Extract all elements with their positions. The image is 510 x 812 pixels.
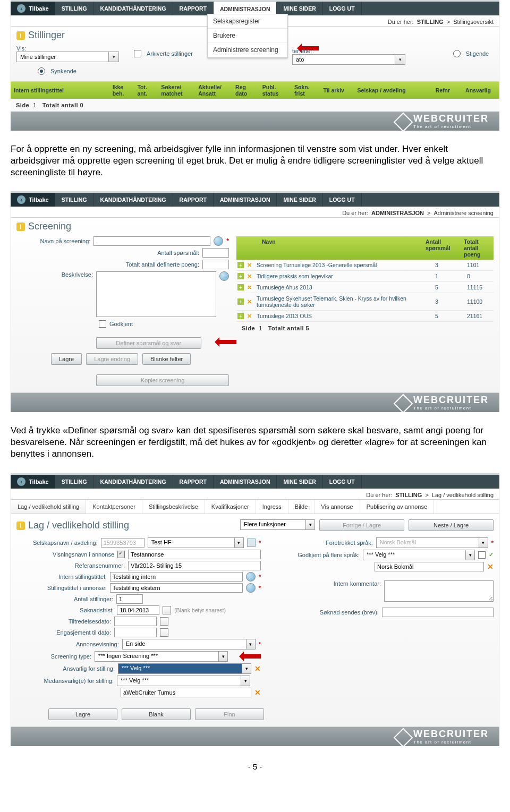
- blank-button[interactable]: Blank: [122, 708, 191, 720]
- antall-stillinger-input[interactable]: [116, 594, 143, 604]
- arkiverte-checkbox[interactable]: [134, 50, 141, 57]
- godkjent-sprak-chk[interactable]: [478, 551, 486, 559]
- globe-icon[interactable]: [219, 271, 229, 281]
- delete-icon[interactable]: ✕: [246, 284, 252, 290]
- menu-admin[interactable]: ADMINISTRASJON: [214, 475, 277, 489]
- kopier-button[interactable]: Kopier screening: [96, 374, 229, 386]
- lagre-button[interactable]: Lagre: [51, 353, 82, 365]
- soknadsfrist-input[interactable]: [117, 605, 159, 615]
- godkjent-checkbox[interactable]: [99, 320, 106, 328]
- flere-funksjoner-select[interactable]: ▾: [240, 519, 315, 530]
- menu-stilling[interactable]: STILLING: [55, 2, 94, 15]
- intern-tittel-input[interactable]: [110, 572, 243, 582]
- delete-icon[interactable]: ✕: [246, 298, 252, 305]
- table-row[interactable]: +✕Tidligere praksis som legevikar10: [236, 271, 494, 282]
- ansvarlig-select[interactable]: ▾: [118, 663, 251, 674]
- refnr-input[interactable]: [128, 561, 261, 570]
- lagre-endring-button[interactable]: Lagre endring: [86, 353, 138, 365]
- definer-button[interactable]: Definer spørsmål og svar: [96, 337, 201, 349]
- menu-kandidat[interactable]: KANDIDATHÅNDTERING: [94, 475, 173, 489]
- table-row[interactable]: +✕Turnuslege Sykehuset Telemark, Skien -…: [236, 293, 494, 311]
- menu-mine-sider[interactable]: MINE SIDER: [277, 193, 322, 207]
- screening-type-select[interactable]: ▾: [95, 651, 228, 662]
- filter-select[interactable]: ▾: [292, 54, 405, 65]
- selskap-select[interactable]: ▾: [148, 537, 244, 548]
- poeng-input[interactable]: [202, 260, 229, 269]
- globe-icon[interactable]: [214, 236, 223, 246]
- subtab-kontakt[interactable]: Kontaktpersoner: [86, 500, 142, 514]
- annonsevisning-select[interactable]: ▾: [122, 639, 256, 649]
- subtab-kvalifikasjoner[interactable]: Kvalifikasjoner: [205, 500, 256, 514]
- godkjent-sprak-select[interactable]: ▾: [363, 550, 475, 560]
- globe-icon[interactable]: [246, 572, 256, 582]
- plus-icon[interactable]: +: [237, 313, 244, 319]
- subtab-lag[interactable]: Lag / vedlikehold stilling: [11, 500, 86, 514]
- navn-input[interactable]: [94, 236, 210, 246]
- menu-kandidat[interactable]: KANDIDATHÅNDTERING: [94, 2, 173, 15]
- menu-stilling[interactable]: STILLING: [55, 475, 94, 489]
- menu-logg-ut[interactable]: LOGG UT: [323, 193, 362, 207]
- vis-select[interactable]: ▾: [16, 52, 119, 62]
- menu-logg-ut[interactable]: LOGG UT: [323, 475, 362, 489]
- menu-admin[interactable]: ADMINISTRASJON: [214, 193, 277, 207]
- dd-selskap[interactable]: Selskapsregister: [208, 14, 287, 29]
- soknad-brev-input[interactable]: [382, 608, 494, 617]
- forrige-lagre-button[interactable]: Forrige / Lagre: [319, 519, 404, 531]
- delete-icon[interactable]: ✕: [254, 688, 261, 697]
- plus-icon[interactable]: +: [237, 284, 244, 290]
- dd-admin-screening[interactable]: Administrere screening: [208, 43, 287, 57]
- plus-icon[interactable]: +: [237, 262, 244, 268]
- neste-lagre-button[interactable]: Neste / Lagre: [409, 519, 494, 531]
- delete-icon[interactable]: ✕: [246, 273, 252, 279]
- engasjement-input[interactable]: [114, 628, 157, 637]
- globe-icon[interactable]: [246, 583, 256, 593]
- vis-label: Vis:: [16, 45, 119, 52]
- tree-icon[interactable]: [247, 539, 256, 547]
- menu-kandidat[interactable]: KANDIDATHÅNDTERING: [94, 193, 173, 207]
- visnavn-checkbox[interactable]: ✓: [117, 551, 125, 558]
- stigende-radio[interactable]: [453, 50, 461, 57]
- table-row[interactable]: +✕Screening Turnuslege 2013 -Generelle s…: [236, 260, 494, 271]
- subtab-ingress[interactable]: Ingress: [256, 500, 288, 514]
- delete-icon[interactable]: ✕: [246, 262, 252, 268]
- row-p: 11100: [467, 298, 494, 305]
- beskrivelse-input[interactable]: [96, 271, 216, 317]
- visnavn-input[interactable]: [128, 550, 261, 559]
- delete-icon[interactable]: ✕: [487, 562, 494, 571]
- delete-icon[interactable]: ✕: [246, 313, 252, 319]
- back-button-3[interactable]: ‹ Tilbake: [11, 475, 55, 489]
- menu-rapport[interactable]: RAPPORT: [173, 193, 214, 207]
- lagre-button[interactable]: Lagre: [48, 708, 117, 720]
- info-icon: i: [16, 223, 25, 231]
- delete-icon[interactable]: ✕: [254, 664, 261, 673]
- medansvarlig-select[interactable]: ▾: [117, 676, 250, 686]
- kommentar-input[interactable]: [384, 580, 494, 602]
- antall-input[interactable]: [202, 248, 229, 258]
- subtab-visannonse[interactable]: Vis annonse: [314, 500, 360, 514]
- calendar-icon[interactable]: [163, 606, 171, 614]
- back-arrow-icon: ‹: [17, 4, 26, 13]
- plus-icon[interactable]: +: [237, 273, 244, 279]
- annonse-tittel-input[interactable]: [110, 583, 243, 593]
- table-row[interactable]: +✕Turnuslege 2013 OUS521161: [236, 311, 494, 322]
- subtab-publisering[interactable]: Publisering av annonse: [360, 500, 434, 514]
- back-button-2[interactable]: ‹ Tilbake: [11, 193, 55, 207]
- subtab-beskrivelse[interactable]: Stillingsbeskrivelse: [142, 500, 205, 514]
- row-p: 21161: [467, 313, 494, 319]
- calendar-icon[interactable]: [160, 628, 168, 637]
- subtab-bilde[interactable]: Bilde: [288, 500, 314, 514]
- menu-logg-ut[interactable]: LOGG UT: [323, 2, 362, 15]
- menu-mine-sider[interactable]: MINE SIDER: [277, 475, 322, 489]
- finn-button[interactable]: Finn: [195, 708, 264, 720]
- menu-stilling[interactable]: STILLING: [55, 193, 94, 207]
- table-row[interactable]: +✕Turnuslege Ahus 2013511116: [236, 282, 494, 293]
- blanke-button[interactable]: Blanke felter: [142, 353, 191, 365]
- menu-rapport[interactable]: RAPPORT: [173, 475, 214, 489]
- plus-icon[interactable]: +: [237, 298, 244, 305]
- synkende-radio[interactable]: [38, 67, 45, 75]
- sprak-select[interactable]: ▾: [376, 537, 488, 548]
- calendar-icon[interactable]: [160, 617, 168, 626]
- dd-brukere[interactable]: Brukere: [208, 29, 287, 43]
- tiltredelse-input[interactable]: [114, 617, 157, 626]
- back-button[interactable]: ‹ Tilbake: [11, 2, 55, 15]
